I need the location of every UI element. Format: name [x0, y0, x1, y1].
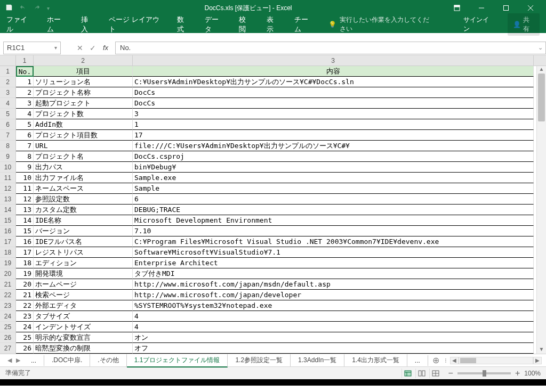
cell-item[interactable]: プロジェクト名	[34, 151, 133, 162]
sheet-nav-next-icon[interactable]: ▶	[16, 357, 20, 364]
cell-value[interactable]: Microsoft Development Environment	[133, 215, 534, 226]
cell-item[interactable]: プロジェクト数	[34, 109, 133, 119]
cell-item[interactable]: 出力パス	[34, 162, 133, 173]
spreadsheet-grid[interactable]: 1 2 3 1 No. 項目 内容 21ソリューション名C:¥Users¥Adm…	[0, 55, 546, 354]
cell-item[interactable]: バージョン	[34, 226, 133, 236]
cell-no[interactable]: 14	[16, 215, 34, 226]
row-header[interactable]: 16	[0, 226, 16, 236]
row-header[interactable]: 4	[0, 98, 16, 109]
cell-no[interactable]: 10	[16, 173, 34, 183]
cell-no[interactable]: 4	[16, 109, 34, 119]
sheet-tab-doc-cover[interactable]: .DOC中扉.	[44, 354, 90, 366]
qat-customize-icon[interactable]: ▾	[47, 5, 50, 11]
cancel-formula-icon[interactable]: ✕	[74, 44, 86, 52]
name-box[interactable]: R1C1 ▾	[3, 42, 61, 54]
cell-no[interactable]: 12	[16, 194, 34, 205]
enter-formula-icon[interactable]: ✓	[86, 44, 99, 52]
column-header[interactable]: 3	[133, 55, 534, 66]
cell-item[interactable]: URL	[34, 141, 133, 151]
header-cell-no[interactable]: No.	[16, 66, 34, 77]
cell-item[interactable]: 暗黙型変換の制限	[34, 343, 133, 354]
select-all-corner[interactable]	[0, 55, 16, 66]
cell-item[interactable]: プロジェクト項目数	[34, 130, 133, 141]
cell-no[interactable]: 1	[16, 77, 34, 87]
sheet-tab-other[interactable]: .その他	[90, 354, 126, 366]
page-layout-view-icon[interactable]	[415, 369, 428, 378]
row-header[interactable]: 1	[0, 66, 16, 77]
row-header[interactable]: 2	[0, 77, 16, 87]
hscroll-left-icon[interactable]: ◀	[450, 357, 459, 364]
row-header[interactable]: 10	[0, 162, 16, 173]
cell-item[interactable]: 起動プロジェクト	[34, 98, 133, 109]
cell-item[interactable]: ソリューション名	[34, 77, 133, 87]
cell-no[interactable]: 20	[16, 279, 34, 290]
tab-home[interactable]: ホーム	[47, 15, 66, 34]
cell-value[interactable]: DocCs.csproj	[133, 151, 534, 162]
cell-item[interactable]: IDEフルパス名	[34, 236, 133, 247]
cell-value[interactable]: C:¥Program Files¥Microsoft Visual Studio…	[133, 236, 534, 247]
tab-data[interactable]: データ	[205, 15, 224, 34]
cell-value[interactable]: 1	[133, 119, 534, 130]
cell-value[interactable]: 17	[133, 130, 534, 141]
cell-no[interactable]: 17	[16, 247, 34, 258]
hscroll-track[interactable]	[459, 357, 533, 364]
column-header[interactable]: 1	[16, 55, 34, 66]
cell-value[interactable]: オン	[133, 332, 534, 343]
cell-no[interactable]: 3	[16, 98, 34, 109]
vertical-scrollbar[interactable]: ▲ ▼	[536, 66, 546, 354]
tab-insert[interactable]: 挿入	[81, 15, 94, 34]
cell-item[interactable]: プロジェクト名称	[34, 87, 133, 98]
cell-item[interactable]: AddIn数	[34, 119, 133, 130]
cell-item[interactable]: タブサイズ	[34, 311, 133, 322]
row-header[interactable]: 23	[0, 300, 16, 311]
cell-item[interactable]: 検索ページ	[34, 290, 133, 300]
insert-function-icon[interactable]: fx	[99, 44, 112, 52]
cell-no[interactable]: 6	[16, 130, 34, 141]
name-box-dropdown-icon[interactable]: ▾	[54, 45, 57, 51]
cell-no[interactable]: 18	[16, 258, 34, 268]
sheet-tab-overflow-right[interactable]: ...	[407, 355, 428, 366]
row-header[interactable]: 19	[0, 258, 16, 268]
cell-item[interactable]: カスタム定数	[34, 205, 133, 215]
cell-value[interactable]: 4	[133, 322, 534, 332]
row-header[interactable]: 6	[0, 119, 16, 130]
cell-value[interactable]: file:///C:¥Users¥Admin¥Desktop¥出力サンプルのソー…	[133, 141, 534, 151]
row-header[interactable]: 9	[0, 151, 16, 162]
cell-value[interactable]: %SYSTEMROOT%¥system32¥notepad.exe	[133, 300, 534, 311]
tab-team[interactable]: チーム	[294, 15, 314, 34]
cell-item[interactable]: 明示的な変数宣言	[34, 332, 133, 343]
cell-item[interactable]: 出力ファイル名	[34, 173, 133, 183]
sheet-tab-output-formats[interactable]: 1.4出力形式一覧	[344, 354, 407, 366]
formula-input[interactable]: No.	[115, 42, 535, 54]
sheet-nav-prev-icon[interactable]: ◀	[7, 357, 12, 364]
cell-item[interactable]: エディション	[34, 258, 133, 268]
cell-no[interactable]: 11	[16, 183, 34, 194]
cell-no[interactable]: 26	[16, 343, 34, 354]
cell-no[interactable]: 2	[16, 87, 34, 98]
cell-value[interactable]: Enterprise Architect	[133, 258, 534, 268]
expand-formula-bar-icon[interactable]: ⌄	[535, 42, 546, 54]
cell-no[interactable]: 8	[16, 151, 34, 162]
tab-review[interactable]: 校閲	[239, 15, 252, 34]
cell-value[interactable]: Sample.exe	[133, 173, 534, 183]
row-header[interactable]: 26	[0, 332, 16, 343]
column-header[interactable]: 2	[34, 55, 133, 66]
cell-value[interactable]: 7.10	[133, 226, 534, 236]
row-header[interactable]: 24	[0, 311, 16, 322]
share-button[interactable]: 👤 共有	[508, 13, 540, 36]
cell-no[interactable]: 9	[16, 162, 34, 173]
scroll-up-icon[interactable]: ▲	[537, 66, 546, 74]
hscroll-thumb[interactable]	[460, 358, 476, 363]
cell-value[interactable]: http://www.microsoft.com/japan/developer	[133, 290, 534, 300]
sign-in-button[interactable]: サインイン	[463, 15, 493, 34]
tab-view[interactable]: 表示	[267, 15, 279, 34]
row-header[interactable]: 15	[0, 215, 16, 226]
scroll-thumb[interactable]	[538, 74, 545, 121]
zoom-in-button[interactable]: +	[515, 369, 520, 378]
redo-icon[interactable]	[33, 4, 41, 13]
tell-me-search[interactable]: 💡 実行したい作業を入力してください	[328, 15, 433, 34]
zoom-slider[interactable]	[457, 372, 511, 374]
cell-value[interactable]: 6	[133, 194, 534, 205]
scroll-down-icon[interactable]: ▼	[537, 346, 546, 354]
cell-value[interactable]: タブ付きMDI	[133, 268, 534, 279]
